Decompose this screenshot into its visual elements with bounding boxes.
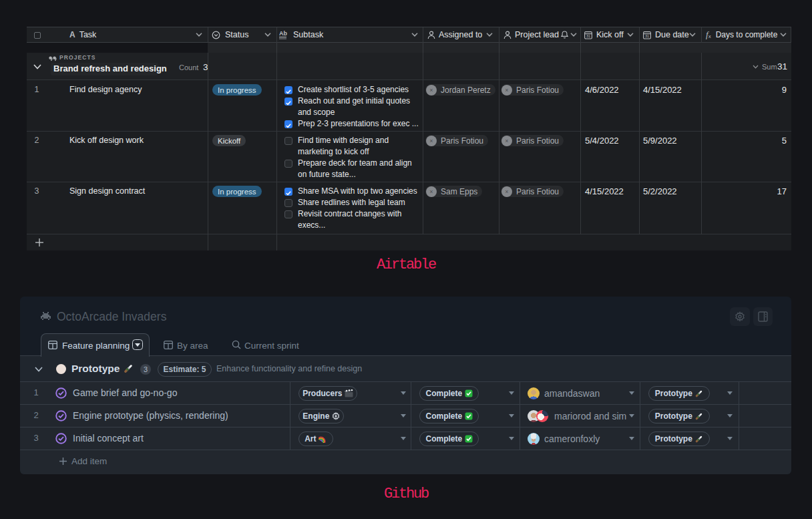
svg-text:31: 31 bbox=[586, 34, 590, 38]
svg-text:31: 31 bbox=[645, 34, 649, 38]
svg-text:Ab: Ab bbox=[279, 30, 287, 37]
